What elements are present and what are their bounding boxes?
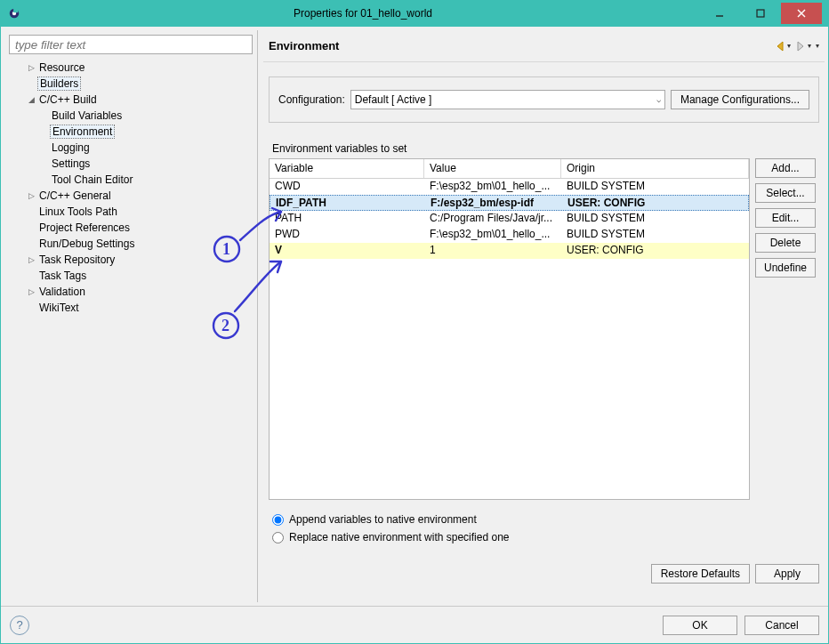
cell-variable: V bbox=[270, 243, 424, 259]
tree-item[interactable]: Build Variables bbox=[11, 108, 254, 124]
nav-menu-icon[interactable]: ▾ bbox=[815, 42, 819, 50]
category-tree[interactable]: ▷ResourceBuilders◢C/C++ BuildBuild Varia… bbox=[7, 60, 254, 601]
tree-item-label: Run/Debug Settings bbox=[37, 237, 136, 250]
tree-item-label: C/C++ Build bbox=[37, 93, 99, 106]
manage-configurations-button[interactable]: Manage Configurations... bbox=[671, 90, 809, 109]
tree-item-label: Validation bbox=[37, 286, 87, 298]
edit-button[interactable]: Edit... bbox=[755, 208, 816, 228]
tree-item-label: Project References bbox=[37, 221, 132, 234]
cell-origin: USER: CONFIG bbox=[561, 243, 749, 259]
configuration-value: Default [ Active ] bbox=[355, 93, 432, 106]
table-row[interactable]: V1USER: CONFIG bbox=[270, 243, 749, 259]
column-variable[interactable]: Variable bbox=[270, 159, 424, 178]
window-maximize-button[interactable] bbox=[740, 3, 781, 24]
tree-item[interactable]: ▷Task Repository bbox=[11, 252, 254, 268]
tree-item[interactable]: ▷Resource bbox=[11, 60, 254, 76]
table-row[interactable]: PWDF:\esp32_bm\01_hello_...BUILD SYSTEM bbox=[270, 227, 749, 243]
replace-radio[interactable] bbox=[272, 532, 284, 543]
env-vars-table[interactable]: Variable Value Origin CWDF:\esp32_bm\01_… bbox=[269, 158, 750, 500]
window-titlebar: Properties for 01_hello_world bbox=[0, 0, 829, 27]
tree-item-label: Build Variables bbox=[50, 109, 124, 122]
configuration-group: Configuration: Default [ Active ] ⌵ Mana… bbox=[269, 76, 819, 123]
apply-button[interactable]: Apply bbox=[755, 564, 819, 584]
column-origin[interactable]: Origin bbox=[561, 159, 749, 178]
svg-rect-2 bbox=[13, 7, 18, 12]
window-title: Properties for 01_hello_world bbox=[27, 7, 699, 20]
tree-item[interactable]: Tool Chain Editor bbox=[11, 172, 254, 188]
tree-item-label: Environment bbox=[50, 125, 115, 139]
tree-item-label: Resource bbox=[37, 61, 86, 74]
cell-origin: BUILD SYSTEM bbox=[561, 227, 749, 243]
tree-item[interactable]: ▷Validation bbox=[11, 284, 254, 300]
replace-radio-label: Replace native environment with specifie… bbox=[289, 531, 509, 543]
cell-variable: PWD bbox=[270, 227, 424, 243]
cell-value: F:/esp32_bm/esp-idf bbox=[425, 196, 562, 210]
nav-back-icon[interactable]: ▾ bbox=[774, 40, 791, 52]
undefine-button[interactable]: Undefine bbox=[755, 258, 816, 278]
tree-item-label: C/C++ General bbox=[37, 189, 113, 202]
tree-item[interactable]: Task Tags bbox=[11, 268, 254, 284]
tree-item[interactable]: ▷C/C++ General bbox=[11, 188, 254, 204]
cell-value: F:\esp32_bm\01_hello_... bbox=[424, 227, 561, 243]
tree-item-label: Builders bbox=[37, 76, 81, 91]
table-row[interactable]: PATHC:/Program Files/Java/jr...BUILD SYS… bbox=[270, 211, 749, 227]
tree-item[interactable]: Linux Tools Path bbox=[11, 204, 254, 220]
configuration-label: Configuration: bbox=[278, 93, 345, 106]
help-icon[interactable]: ? bbox=[10, 616, 29, 635]
window-close-button[interactable] bbox=[781, 3, 822, 24]
window-minimize-button[interactable] bbox=[699, 3, 740, 24]
cell-value: C:/Program Files/Java/jr... bbox=[424, 211, 561, 227]
tree-item[interactable]: Settings bbox=[11, 156, 254, 172]
tree-item-label: Task Repository bbox=[37, 254, 117, 266]
cell-origin: USER: CONFIG bbox=[562, 196, 748, 210]
category-tree-panel: ▷ResourceBuilders◢C/C++ BuildBuild Varia… bbox=[4, 30, 257, 602]
append-radio-label: Append variables to native environment bbox=[289, 513, 477, 526]
ok-button[interactable]: OK bbox=[663, 616, 737, 635]
cell-origin: BUILD SYSTEM bbox=[561, 211, 749, 227]
dialog-footer: ? OK Cancel bbox=[1, 606, 828, 643]
cell-value: F:\esp32_bm\01_hello_... bbox=[424, 179, 561, 195]
append-radio[interactable] bbox=[272, 514, 284, 526]
tree-item-label: Task Tags bbox=[37, 270, 88, 282]
cell-variable: PATH bbox=[270, 211, 424, 227]
page-header: Environment ▾ ▾ ▾ bbox=[263, 30, 825, 62]
nav-forward-icon[interactable]: ▾ bbox=[794, 40, 811, 52]
tree-expand-icon[interactable]: ▷ bbox=[25, 191, 37, 200]
restore-defaults-button[interactable]: Restore Defaults bbox=[651, 564, 750, 584]
tree-item-label: Settings bbox=[50, 157, 92, 170]
cell-value: 1 bbox=[424, 243, 561, 259]
tree-expand-icon[interactable]: ▷ bbox=[25, 287, 37, 296]
tree-item-label: Tool Chain Editor bbox=[50, 173, 134, 186]
tree-expand-icon[interactable]: ▷ bbox=[25, 63, 37, 72]
page-title: Environment bbox=[269, 39, 774, 52]
tree-item[interactable]: ◢C/C++ Build bbox=[11, 92, 254, 108]
svg-rect-4 bbox=[757, 10, 764, 17]
cell-variable: IDF_PATH bbox=[270, 196, 425, 210]
tree-expand-icon[interactable]: ◢ bbox=[25, 95, 37, 104]
tree-item[interactable]: Run/Debug Settings bbox=[11, 236, 254, 252]
cell-variable: CWD bbox=[270, 179, 424, 195]
tree-item[interactable]: Environment bbox=[11, 124, 254, 140]
tree-item-label: Logging bbox=[50, 141, 92, 154]
filter-input[interactable] bbox=[9, 35, 253, 54]
add-button[interactable]: Add... bbox=[755, 158, 816, 178]
delete-button[interactable]: Delete bbox=[755, 233, 816, 253]
tree-item-label: Linux Tools Path bbox=[37, 205, 119, 218]
properties-page: Environment ▾ ▾ ▾ Configuration: Default… bbox=[257, 30, 825, 602]
tree-item[interactable]: WikiText bbox=[11, 300, 254, 316]
env-vars-label: Environment variables to set bbox=[272, 142, 819, 155]
cell-origin: BUILD SYSTEM bbox=[561, 179, 749, 195]
table-row[interactable]: CWDF:\esp32_bm\01_hello_...BUILD SYSTEM bbox=[270, 179, 749, 195]
table-row[interactable]: IDF_PATHF:/esp32_bm/esp-idfUSER: CONFIG bbox=[270, 195, 749, 211]
tree-expand-icon[interactable]: ▷ bbox=[25, 255, 37, 264]
cancel-button[interactable]: Cancel bbox=[744, 616, 819, 635]
select-button[interactable]: Select... bbox=[755, 183, 816, 203]
tree-item-label: WikiText bbox=[37, 302, 81, 314]
configuration-select[interactable]: Default [ Active ] ⌵ bbox=[350, 90, 665, 109]
tree-item[interactable]: Project References bbox=[11, 220, 254, 236]
tree-item[interactable]: Builders bbox=[11, 76, 254, 92]
tree-item[interactable]: Logging bbox=[11, 140, 254, 156]
chevron-down-icon: ⌵ bbox=[656, 95, 661, 104]
app-icon bbox=[7, 6, 21, 20]
column-value[interactable]: Value bbox=[424, 159, 561, 178]
